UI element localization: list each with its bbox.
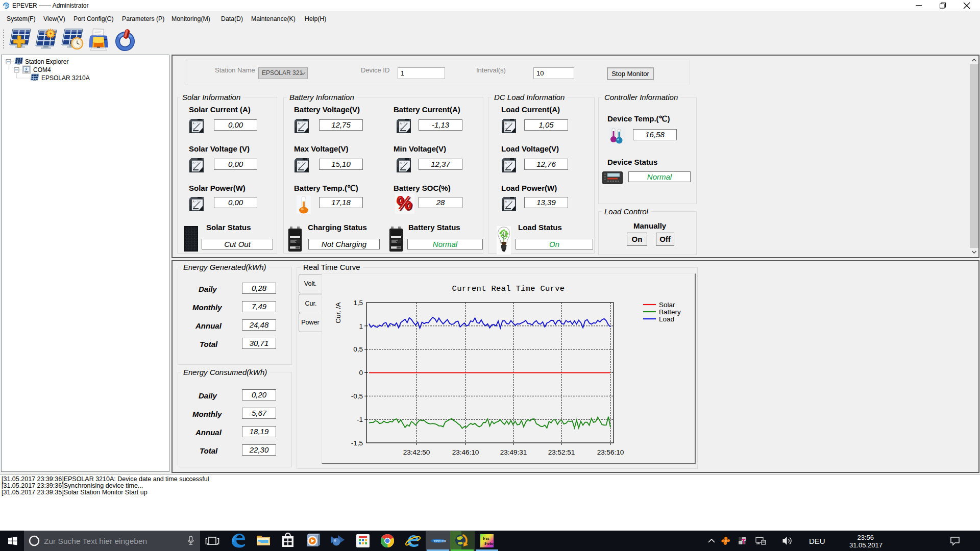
svg-text:DEU: DEU — [809, 537, 825, 545]
svg-text:Load: Load — [659, 315, 674, 323]
svg-text:23:46:10: 23:46:10 — [452, 448, 479, 456]
svg-text:Battery: Battery — [659, 308, 681, 316]
svg-text:BUS: BUS — [4, 5, 9, 7]
svg-text:Fix: Fix — [483, 536, 489, 541]
svg-text:0,5: 0,5 — [353, 345, 363, 353]
svg-text:EPEVER: EPEVER — [434, 540, 447, 543]
svg-text:Solar: Solar — [659, 301, 675, 309]
svg-text:23:56: 23:56 — [857, 534, 874, 541]
svg-text:Current Real Time Curve: Current Real Time Curve — [452, 284, 565, 293]
svg-text:Zur Suche Text hier eingeben: Zur Suche Text hier eingeben — [44, 537, 147, 545]
svg-text:T: T — [742, 538, 746, 545]
svg-text:23:42:50: 23:42:50 — [403, 448, 430, 456]
svg-text:31.05.2017: 31.05.2017 — [849, 541, 883, 549]
svg-text:-1: -1 — [357, 416, 363, 423]
svg-text:-0,5: -0,5 — [351, 392, 363, 400]
svg-text:1: 1 — [359, 322, 363, 330]
svg-text:23:49:31: 23:49:31 — [500, 448, 527, 456]
svg-text:23:52:51: 23:52:51 — [548, 448, 575, 456]
svg-text:-1,5: -1,5 — [351, 439, 363, 447]
svg-text:1,5: 1,5 — [353, 299, 363, 307]
svg-text:0: 0 — [359, 369, 363, 377]
svg-text:23:56:10: 23:56:10 — [597, 448, 624, 456]
svg-text:Foto: Foto — [484, 541, 494, 546]
svg-text:Cur. /A: Cur. /A — [334, 302, 342, 323]
